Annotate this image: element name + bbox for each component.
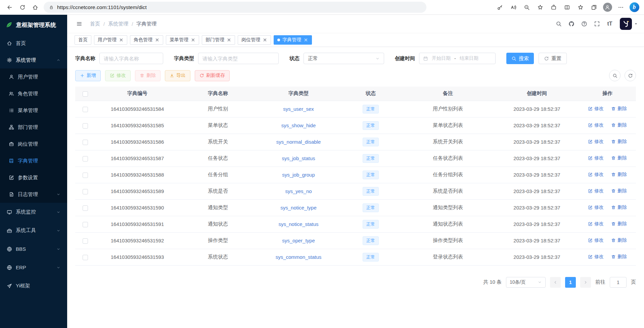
help-button[interactable]	[578, 18, 590, 30]
row-edit-link[interactable]: 修改	[588, 221, 604, 227]
font-size-button[interactable]: tT	[604, 18, 616, 30]
fullscreen-button[interactable]	[591, 18, 603, 30]
address-bar[interactable]: https://ccnetcore.com:1101/system/dict	[44, 2, 426, 13]
row-delete-link[interactable]: 删除	[611, 237, 627, 243]
row-delete-link[interactable]: 删除	[611, 122, 627, 128]
copilot-button[interactable]: b	[628, 1, 641, 13]
sidebar-item-home[interactable]: 首页	[0, 35, 67, 52]
tab-dept-management[interactable]: 部门管理	[202, 35, 235, 45]
more-button[interactable]	[614, 1, 627, 13]
reset-button[interactable]: 重置	[539, 53, 567, 64]
sidebar-item-system-management[interactable]: 系统管理	[0, 52, 67, 68]
delete-button[interactable]: 删除	[135, 70, 160, 81]
dict-type-input[interactable]	[198, 53, 279, 64]
sidebar-item-system-tools[interactable]: 系统工具	[0, 221, 67, 240]
page-1-button[interactable]: 1	[565, 277, 576, 288]
sidebar-item-log-management[interactable]: 日志管理	[0, 186, 67, 203]
close-icon[interactable]	[155, 38, 159, 42]
sidebar-item-param-settings[interactable]: 参数设置	[0, 169, 67, 186]
zoom-button[interactable]	[520, 1, 533, 13]
user-avatar[interactable]	[620, 18, 638, 30]
row-delete-link[interactable]: 删除	[611, 221, 627, 227]
goto-page-input[interactable]	[610, 277, 627, 288]
tab-user-management[interactable]: 用户管理	[94, 35, 127, 45]
row-edit-link[interactable]: 修改	[588, 155, 604, 161]
profile-button[interactable]	[601, 1, 614, 13]
github-button[interactable]	[565, 18, 578, 30]
row-checkbox[interactable]	[83, 173, 88, 178]
row-delete-link[interactable]: 删除	[611, 204, 627, 210]
close-icon[interactable]	[304, 38, 308, 42]
tab-role-management[interactable]: 角色管理	[130, 35, 163, 45]
row-edit-link[interactable]: 修改	[588, 172, 604, 178]
close-icon[interactable]	[119, 38, 124, 42]
row-checkbox[interactable]	[83, 238, 88, 244]
row-checkbox[interactable]	[83, 107, 88, 112]
row-checkbox[interactable]	[83, 123, 88, 129]
tab-post-management[interactable]: 岗位管理	[238, 35, 271, 45]
sidebar-item-dict-management[interactable]: 字典管理	[0, 152, 67, 169]
row-edit-link[interactable]: 修改	[588, 188, 604, 194]
row-edit-link[interactable]: 修改	[588, 237, 604, 243]
dict-type-link[interactable]: sys_normal_disable	[276, 139, 321, 145]
dict-type-link[interactable]: sys_user_sex	[283, 106, 314, 112]
row-delete-link[interactable]: 删除	[611, 172, 627, 178]
sidebar-item-yi-framework[interactable]: Yi框架	[0, 277, 67, 295]
row-delete-link[interactable]: 删除	[611, 155, 627, 161]
search-button[interactable]: 搜索	[506, 53, 534, 64]
add-button[interactable]: 新增	[75, 70, 101, 81]
row-edit-link[interactable]: 修改	[588, 106, 604, 112]
page-size-select[interactable]: 10条/页	[506, 277, 546, 288]
sidebar-item-menu-management[interactable]: 菜单管理	[0, 102, 67, 119]
tab-menu-management[interactable]: 菜单管理	[166, 35, 199, 45]
close-icon[interactable]	[263, 38, 267, 42]
row-checkbox[interactable]	[83, 189, 88, 194]
sidebar-item-erp[interactable]: ERP	[0, 258, 67, 277]
row-checkbox[interactable]	[83, 222, 88, 227]
toggle-search-button[interactable]	[609, 70, 620, 81]
row-checkbox[interactable]	[83, 255, 88, 260]
refresh-cache-button[interactable]: 刷新缓存	[195, 70, 230, 81]
breadcrumb-home[interactable]: 首页	[90, 21, 100, 27]
split-screen-button[interactable]	[561, 1, 573, 13]
sidebar-item-dept-management[interactable]: 部门管理	[0, 119, 67, 136]
browser-refresh-button[interactable]	[16, 1, 29, 13]
browser-home-button[interactable]	[29, 1, 42, 13]
close-icon[interactable]	[191, 38, 195, 42]
status-select[interactable]: 正常	[304, 53, 384, 64]
date-range-picker[interactable]: 开始日期 - 结束日期	[419, 53, 496, 64]
dict-type-link[interactable]: sys_job_group	[282, 172, 315, 178]
dict-type-link[interactable]: sys_common_status	[276, 254, 322, 260]
edit-button[interactable]: 修改	[105, 70, 131, 81]
close-icon[interactable]	[227, 38, 231, 42]
browser-essentials-button[interactable]	[547, 1, 560, 13]
passwords-button[interactable]	[494, 1, 506, 13]
browser-back-button[interactable]	[3, 1, 16, 13]
sidebar-item-role-management[interactable]: 角色管理	[0, 85, 67, 102]
sidebar-item-system-monitor[interactable]: 系统监控	[0, 203, 67, 221]
row-checkbox[interactable]	[83, 140, 88, 145]
dict-type-link[interactable]: sys_show_hide	[281, 123, 316, 128]
row-edit-link[interactable]: 修改	[588, 204, 604, 210]
dict-type-link[interactable]: sys_notice_type	[280, 205, 317, 210]
next-page-button[interactable]	[580, 277, 591, 288]
collections-button[interactable]	[588, 1, 600, 13]
row-checkbox[interactable]	[83, 156, 88, 161]
favorites-button[interactable]	[574, 1, 587, 13]
dict-type-link[interactable]: sys_yes_no	[285, 188, 312, 194]
sidebar-toggle-button[interactable]	[73, 18, 85, 30]
dict-name-input[interactable]	[99, 53, 163, 64]
tab-home[interactable]: 首页	[75, 35, 91, 45]
row-delete-link[interactable]: 删除	[611, 106, 627, 112]
row-edit-link[interactable]: 修改	[588, 139, 604, 145]
row-delete-link[interactable]: 删除	[611, 139, 627, 145]
select-all-checkbox[interactable]	[83, 91, 88, 97]
export-button[interactable]: 导出	[165, 70, 190, 81]
row-delete-link[interactable]: 删除	[611, 254, 627, 260]
add-favorite-button[interactable]	[534, 1, 547, 13]
sidebar-item-user-management[interactable]: 用户管理	[0, 68, 67, 85]
sidebar-item-bbs[interactable]: BBS	[0, 240, 67, 258]
dict-type-link[interactable]: sys_oper_type	[282, 238, 315, 243]
breadcrumb-system-management[interactable]: 系统管理	[108, 21, 128, 27]
row-edit-link[interactable]: 修改	[588, 254, 604, 260]
